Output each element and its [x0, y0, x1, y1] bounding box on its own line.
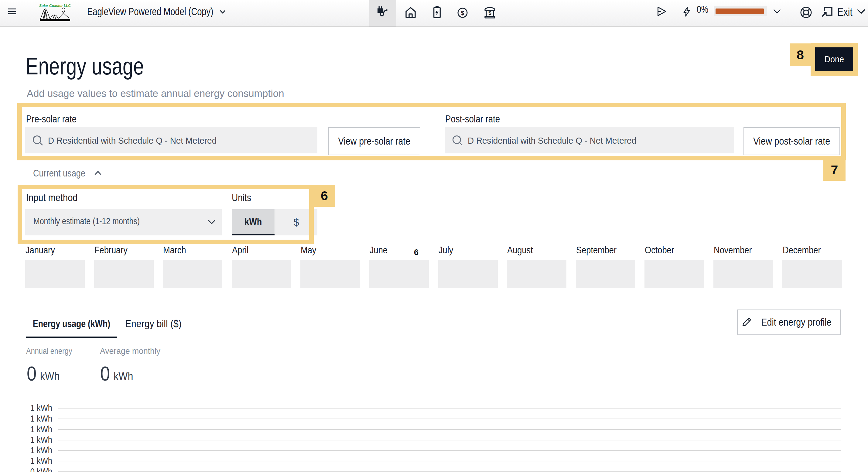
svg-text:Solar Coaster LLC: Solar Coaster LLC [39, 4, 70, 8]
svg-text:$: $ [488, 10, 491, 16]
svg-text:$: $ [461, 10, 464, 16]
